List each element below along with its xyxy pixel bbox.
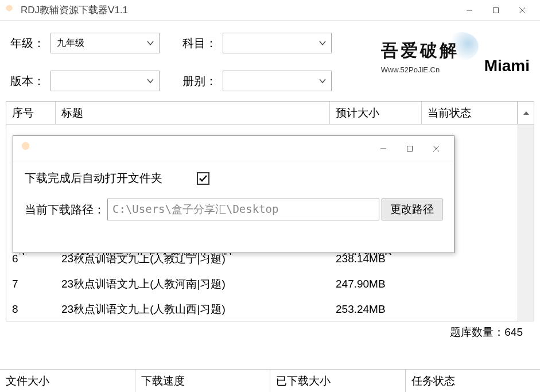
status-filesize: 文件大小 xyxy=(0,370,135,392)
vertical-scrollbar[interactable] xyxy=(518,125,534,322)
status-speed: 下载速度 xyxy=(135,370,271,392)
chevron-down-icon xyxy=(146,38,154,48)
count-line: 题库数量：645 xyxy=(0,321,540,343)
brand-logo: 吾爱破解 Www.52PoJiE.Cn xyxy=(375,32,479,75)
svg-marker-4 xyxy=(523,111,529,115)
col-size-header[interactable]: 预计大小 xyxy=(330,102,422,125)
path-label: 当前下载路径： xyxy=(25,202,105,218)
svg-rect-1 xyxy=(494,7,499,13)
dialog-maximize-button[interactable] xyxy=(397,139,423,158)
status-downloaded: 已下载大小 xyxy=(270,370,406,392)
dialog-titlebar xyxy=(13,136,454,161)
volume-combo[interactable] xyxy=(223,71,332,91)
main-titlebar: RDJ教辅资源下载器V1.1 xyxy=(0,0,540,21)
filter-panel: 年级： 九年级 科目： 版本： 册别： 吾爱破解 Www.52PoJiE.Cn … xyxy=(0,21,540,101)
chevron-down-icon xyxy=(318,76,327,86)
path-input[interactable]: C:\Users\盒子分享汇\Desktop xyxy=(107,199,379,220)
scroll-up-button[interactable] xyxy=(518,102,534,125)
subject-combo[interactable] xyxy=(223,33,332,53)
grade-combo[interactable]: 九年级 xyxy=(50,33,160,53)
minimize-button[interactable] xyxy=(456,1,483,20)
dialog-minimize-button[interactable] xyxy=(370,139,397,158)
col-seq-header[interactable]: 序号 xyxy=(6,102,56,125)
window-title: RDJ教辅资源下载器V1.1 xyxy=(21,3,456,17)
dialog-close-button[interactable] xyxy=(423,139,449,158)
window-controls xyxy=(456,1,535,20)
version-label: 版本： xyxy=(10,73,50,89)
app-icon xyxy=(20,142,34,156)
table-row[interactable]: 7 23秋点训语文九上(人教河南|习题) 247.90MB xyxy=(6,271,534,297)
volume-label: 册别： xyxy=(182,73,223,89)
change-path-button[interactable]: 更改路径 xyxy=(382,199,442,220)
maximize-button[interactable] xyxy=(483,1,509,20)
subject-label: 科目： xyxy=(182,36,223,51)
grade-value: 九年级 xyxy=(57,37,84,49)
settings-dialog: 下载完成后自动打开文件夹 当前下载路径： C:\Users\盒子分享汇\Desk… xyxy=(13,135,454,253)
col-title-header[interactable]: 标题 xyxy=(56,102,330,125)
chevron-down-icon xyxy=(318,38,327,48)
app-icon xyxy=(5,5,16,16)
autoopen-label: 下载完成后自动打开文件夹 xyxy=(25,170,162,186)
table-row[interactable]: 8 23秋点训语文九上(人教山西|习题) 253.24MB xyxy=(6,297,534,322)
chevron-down-icon xyxy=(146,76,154,86)
autoopen-checkbox[interactable] xyxy=(197,172,209,185)
version-combo[interactable] xyxy=(50,71,160,91)
table-header: 序号 标题 预计大小 当前状态 xyxy=(6,102,534,125)
brand-miami: Miami xyxy=(484,57,530,75)
grade-label: 年级： xyxy=(10,36,50,51)
brand-area: 吾爱破解 Www.52PoJiE.Cn Miami xyxy=(375,32,530,75)
svg-rect-6 xyxy=(407,146,413,151)
status-bar: 文件大小 下载速度 已下载大小 任务状态 xyxy=(0,369,540,392)
col-status-header[interactable]: 当前状态 xyxy=(422,102,518,125)
close-button[interactable] xyxy=(509,1,535,20)
status-task: 任务状态 xyxy=(406,370,541,392)
check-icon xyxy=(199,174,208,183)
